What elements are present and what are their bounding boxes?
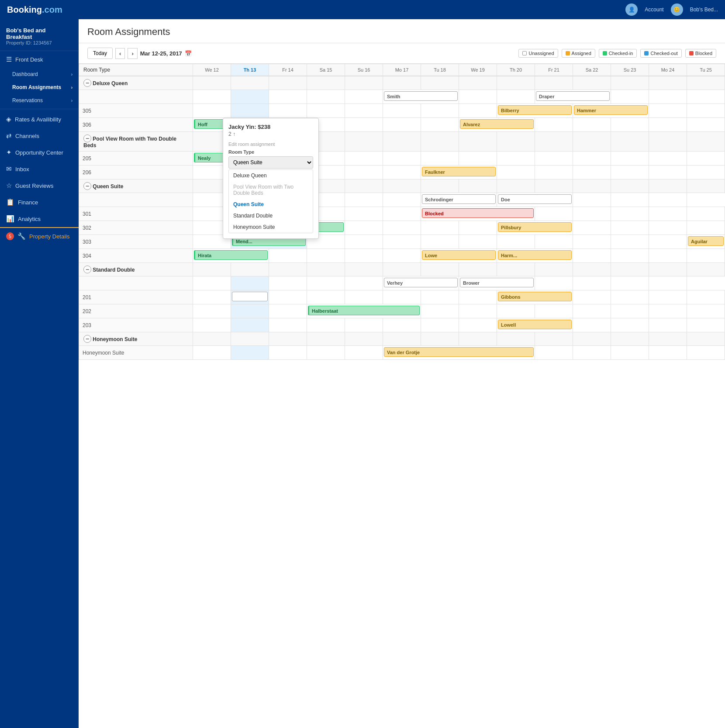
calendar-cell[interactable]: [687, 249, 725, 263]
calendar-cell[interactable]: [307, 318, 345, 332]
calendar-cell[interactable]: [573, 318, 611, 332]
sidebar-item-dashboard[interactable]: Dashboard ›: [0, 68, 79, 81]
calendar-cell[interactable]: [345, 152, 383, 166]
dropdown-item-honeymoon-suite[interactable]: Honeymoon Suite: [229, 221, 313, 233]
calendar-cell[interactable]: [649, 152, 687, 166]
calendar-cell[interactable]: [687, 166, 725, 179]
sidebar-item-finance[interactable]: 📋 Finance: [0, 194, 79, 210]
calendar-cell[interactable]: [535, 304, 573, 318]
calendar-cell[interactable]: [497, 235, 535, 249]
collapse-button[interactable]: −: [83, 266, 91, 273]
calendar-cell[interactable]: [497, 152, 535, 166]
calendar-cell[interactable]: [649, 207, 687, 221]
collapse-button[interactable]: −: [83, 79, 91, 87]
booking-bar[interactable]: Van der Grotje: [384, 347, 534, 357]
calendar-cell[interactable]: [345, 249, 383, 263]
calendar-cell[interactable]: Hammer: [573, 104, 649, 118]
calendar-cell[interactable]: [573, 118, 611, 132]
calendar-cell[interactable]: Lowe: [421, 249, 497, 263]
calendar-cell[interactable]: [383, 249, 421, 263]
calendar-cell[interactable]: [345, 221, 383, 235]
calendar-cell[interactable]: Bilberry: [497, 104, 573, 118]
sidebar-item-channels[interactable]: ⇄ Channels: [0, 128, 79, 144]
property-avatar[interactable]: 😊: [671, 3, 683, 16]
booking-bar[interactable]: Verhey: [384, 278, 458, 287]
booking-bar[interactable]: [232, 292, 268, 301]
calendar-cell[interactable]: [459, 90, 497, 104]
calendar-cell[interactable]: [345, 318, 383, 332]
calendar-cell[interactable]: [193, 290, 231, 304]
calendar-cell[interactable]: [193, 318, 231, 332]
calendar-cell[interactable]: [307, 276, 345, 290]
calendar-cell[interactable]: Hirata: [193, 249, 269, 263]
calendar-cell[interactable]: [231, 318, 269, 332]
calendar-cell[interactable]: [459, 235, 497, 249]
calendar-cell[interactable]: [269, 318, 307, 332]
calendar-cell[interactable]: Pillsbury: [497, 221, 573, 235]
calendar-cell[interactable]: [573, 207, 611, 221]
calendar-cell[interactable]: [421, 235, 459, 249]
calendar-cell[interactable]: [649, 249, 687, 263]
calendar-cell[interactable]: [687, 118, 725, 132]
calendar-cell[interactable]: [649, 118, 687, 132]
calendar-cell[interactable]: [459, 104, 497, 118]
calendar-cell[interactable]: [535, 276, 573, 290]
dropdown-item-queen-suite[interactable]: Queen Suite: [229, 199, 313, 210]
calendar-cell[interactable]: [687, 346, 725, 360]
calendar-cell[interactable]: [687, 90, 725, 104]
calendar-cell[interactable]: [459, 221, 497, 235]
calendar-cell[interactable]: [193, 90, 231, 104]
calendar-cell[interactable]: [193, 104, 231, 118]
sidebar-item-room-assignments[interactable]: Room Assignments ›: [0, 81, 79, 94]
calendar-cell[interactable]: [459, 304, 497, 318]
property-label[interactable]: Bob's Bed...: [690, 7, 718, 13]
calendar-cell[interactable]: [649, 221, 687, 235]
calendar-cell[interactable]: [421, 118, 459, 132]
calendar-cell[interactable]: [649, 276, 687, 290]
calendar-cell[interactable]: [345, 207, 383, 221]
booking-bar[interactable]: Hammer: [574, 105, 648, 115]
calendar-cell[interactable]: [307, 290, 345, 304]
calendar-cell[interactable]: [269, 276, 307, 290]
calendar-cell[interactable]: [687, 318, 725, 332]
booking-bar[interactable]: Alvarez: [460, 119, 534, 129]
calendar-cell[interactable]: [497, 90, 535, 104]
calendar-cell[interactable]: [421, 318, 459, 332]
calendar-cell[interactable]: [383, 221, 421, 235]
calendar-cell[interactable]: [231, 276, 269, 290]
calendar-cell[interactable]: [611, 221, 649, 235]
calendar-cell[interactable]: [421, 221, 459, 235]
calendar-cell[interactable]: Harm...: [497, 249, 573, 263]
calendar-cell[interactable]: [611, 118, 649, 132]
calendar-cell[interactable]: [383, 290, 421, 304]
calendar-cell[interactable]: [573, 221, 611, 235]
calendar-cell[interactable]: Verhey: [383, 276, 459, 290]
calendar-cell[interactable]: [611, 304, 649, 318]
calendar-cell[interactable]: Alvarez: [459, 118, 535, 132]
calendar-cell[interactable]: [573, 235, 611, 249]
calendar-cell[interactable]: [231, 90, 269, 104]
calendar-cell[interactable]: [535, 152, 573, 166]
calendar-cell[interactable]: [573, 152, 611, 166]
calendar-cell[interactable]: [573, 290, 611, 304]
calendar-cell[interactable]: [649, 346, 687, 360]
calendar-cell[interactable]: [573, 276, 611, 290]
calendar-cell[interactable]: [573, 166, 611, 179]
calendar-cell[interactable]: [345, 290, 383, 304]
calendar-cell[interactable]: [687, 290, 725, 304]
calendar-cell[interactable]: [649, 193, 687, 207]
calendar-cell[interactable]: [345, 193, 383, 207]
collapse-button[interactable]: −: [83, 182, 91, 190]
calendar-cell[interactable]: [231, 304, 269, 318]
booking-bar[interactable]: Faulkner: [422, 167, 496, 176]
calendar-cell[interactable]: [611, 318, 649, 332]
next-button[interactable]: ›: [128, 48, 137, 59]
booking-bar[interactable]: Pillsbury: [498, 222, 572, 232]
booking-bar[interactable]: Schrodinger: [422, 194, 496, 204]
sidebar-item-guest-reviews[interactable]: ☆ Guest Reviews: [0, 177, 79, 194]
calendar-cell[interactable]: Schrodinger: [421, 193, 497, 207]
calendar-cell[interactable]: [307, 104, 345, 118]
calendar-cell[interactable]: [497, 304, 535, 318]
calendar-cell[interactable]: Doe: [497, 193, 573, 207]
calendar-cell[interactable]: [421, 104, 459, 118]
